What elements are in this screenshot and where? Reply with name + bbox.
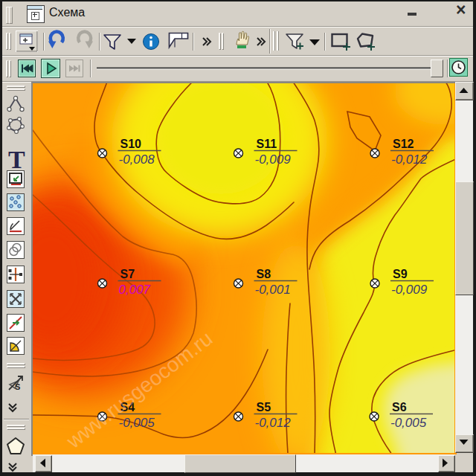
svg-text:S5: S5 bbox=[257, 401, 271, 414]
svg-text:-0,012: -0,012 bbox=[255, 416, 292, 430]
svg-text:-0,005: -0,005 bbox=[119, 416, 155, 430]
svg-text:S10: S10 bbox=[120, 138, 142, 150]
svg-text:S8: S8 bbox=[257, 268, 271, 280]
svg-text:S11: S11 bbox=[257, 138, 277, 150]
svg-text:-0,008: -0,008 bbox=[119, 152, 155, 167]
svg-text:S6: S6 bbox=[392, 401, 407, 414]
svg-text:-0,001: -0,001 bbox=[255, 283, 291, 297]
svg-text:S12: S12 bbox=[393, 138, 414, 150]
svg-text:-0,005: -0,005 bbox=[390, 416, 427, 430]
svg-text:S7: S7 bbox=[120, 268, 135, 280]
svg-text:T: T bbox=[8, 146, 25, 173]
svg-text:-0,012: -0,012 bbox=[391, 152, 428, 167]
svg-text:S9: S9 bbox=[393, 268, 408, 280]
svg-text:-0,009: -0,009 bbox=[391, 283, 428, 297]
svg-text:0,007: 0,007 bbox=[119, 283, 151, 297]
svg-text:-0,009: -0,009 bbox=[255, 152, 292, 167]
svg-text:S: S bbox=[15, 382, 20, 391]
